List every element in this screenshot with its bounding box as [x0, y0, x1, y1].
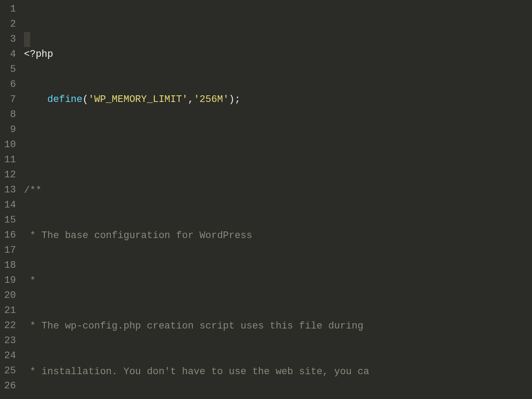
line-number: 17 — [4, 243, 16, 258]
comment-line: * — [24, 275, 35, 286]
line-number-gutter: 1234567891011121314151617181920212223242… — [0, 0, 24, 399]
line-number: 4 — [4, 47, 16, 62]
line-number: 19 — [4, 273, 16, 288]
comment-line: * The base configuration for WordPress — [24, 230, 252, 241]
line-number: 10 — [4, 137, 16, 153]
code-line: /** — [24, 183, 532, 198]
line-number: 2 — [4, 17, 16, 32]
line-number: 18 — [4, 258, 16, 273]
code-line: * — [24, 274, 532, 289]
line-number: 8 — [4, 107, 16, 122]
string-literal: 'WP_MEMORY_LIMIT' — [88, 94, 188, 105]
line-number: 26 — [4, 379, 16, 394]
line-number: 16 — [4, 228, 16, 243]
code-line: define('WP_MEMORY_LIMIT','256M'); — [24, 92, 532, 107]
line-number: 25 — [4, 364, 16, 379]
comment-line: * The wp-config.php creation script uses… — [24, 321, 369, 332]
code-area[interactable]: <?php define('WP_MEMORY_LIMIT','256M'); … — [24, 0, 532, 399]
code-editor[interactable]: 1234567891011121314151617181920212223242… — [0, 0, 532, 399]
code-line: <?php — [24, 47, 532, 62]
line-number: 24 — [4, 348, 16, 364]
line-number: 1 — [4, 2, 16, 17]
line-number: 21 — [4, 303, 16, 318]
code-line: * The wp-config.php creation script uses… — [24, 319, 532, 334]
keyword-define: define — [47, 94, 82, 105]
code-line: * installation. You don't have to use th… — [24, 364, 532, 379]
line-number: 14 — [4, 198, 16, 213]
line-number: 9 — [4, 122, 16, 137]
line-number: 12 — [4, 168, 16, 183]
line-number: 22 — [4, 318, 16, 333]
code-line: * The base configuration for WordPress — [24, 228, 532, 243]
line-number: 11 — [4, 153, 16, 168]
comment-block-open: /** — [24, 185, 42, 196]
line-number: 15 — [4, 213, 16, 228]
line-number: 20 — [4, 288, 16, 303]
line-number: 3 — [4, 32, 16, 47]
line-number: 7 — [4, 92, 16, 107]
line-number: 13 — [4, 183, 16, 198]
line-number: 23 — [4, 333, 16, 348]
line-number: 6 — [4, 77, 16, 92]
line-number: 5 — [4, 62, 16, 77]
code-line — [24, 138, 532, 153]
caret-indicator — [24, 32, 30, 47]
string-literal: '256M' — [194, 94, 229, 105]
comment-line: * installation. You don't have to use th… — [24, 366, 369, 377]
php-open-tag: <?php — [24, 49, 53, 60]
